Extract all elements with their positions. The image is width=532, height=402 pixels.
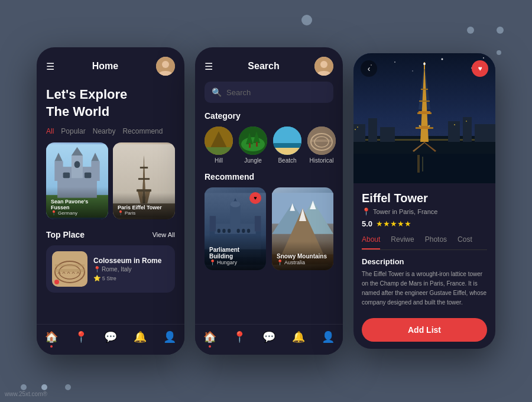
tab-about[interactable]: About — [362, 235, 380, 249]
explore-card-castle[interactable]: ♥ — [46, 142, 108, 219]
view-all-link[interactable]: View All — [153, 231, 175, 238]
description-title: Description — [362, 257, 487, 266]
add-list-button[interactable]: Add List — [362, 318, 487, 342]
svg-rect-82 — [463, 117, 472, 142]
search-nav-dot — [209, 345, 211, 348]
svg-rect-40 — [273, 148, 301, 155]
rating-stars: ★★★★★ — [376, 219, 411, 228]
tab-review[interactable]: Reviwe — [391, 235, 414, 249]
recommend-section: Recommend — [195, 172, 343, 270]
svg-rect-44 — [311, 140, 332, 142]
nav-chat[interactable]: 💬 — [104, 330, 117, 348]
avatar[interactable] — [156, 57, 175, 76]
hill-label: Hill — [215, 157, 223, 164]
svg-point-101 — [429, 125, 430, 127]
nav-bell[interactable]: 🔔 — [134, 330, 147, 348]
detail-content: Eiffel Tower 📍 Tower in Paris, France 5.… — [353, 183, 495, 343]
search-profile-icon: 👤 — [322, 330, 335, 343]
nav-profile[interactable]: 👤 — [163, 330, 176, 348]
svg-point-74 — [483, 57, 484, 59]
top-place-info: Colosseum in Rome 📍 Rome, Italy ⭐ 5 Stre — [93, 257, 169, 281]
search-bell-icon: 🔔 — [292, 330, 305, 343]
search-nav-location[interactable]: 📍 — [233, 330, 246, 348]
category-historical[interactable]: Historical — [307, 127, 336, 164]
svg-rect-35 — [249, 143, 251, 148]
top-place-card[interactable]: Colosseum in Rome 📍 Rome, Italy ⭐ 5 Stre — [46, 245, 175, 293]
chat-nav-icon: 💬 — [104, 330, 117, 343]
eiffel-pin-icon: 📍 — [118, 210, 124, 216]
svg-rect-94 — [419, 100, 430, 102]
mountain-sub: 📍 Australia — [277, 260, 329, 265]
svg-rect-12 — [63, 173, 70, 179]
svg-rect-104 — [422, 157, 423, 171]
rating-score: 5.0 — [362, 219, 372, 228]
category-beach[interactable]: Beatch — [273, 127, 301, 164]
search-nav-profile[interactable]: 👤 — [322, 330, 335, 348]
svg-rect-13 — [85, 173, 91, 179]
rec-parliament-heart[interactable]: ♥ — [249, 192, 261, 204]
svg-rect-85 — [357, 127, 358, 128]
svg-rect-80 — [380, 127, 395, 142]
nav-location[interactable]: 📍 — [74, 330, 87, 348]
svg-rect-51 — [210, 216, 216, 231]
mountain-card-label: Snowy Mountains 📍 Australia — [272, 241, 333, 270]
top-place-stars: ⭐ 5 Stre — [93, 275, 169, 281]
location-pin-icon: 📍 — [93, 266, 100, 273]
detail-heart-button[interactable]: ♥ — [472, 60, 488, 77]
nav-home[interactable]: 🏠 — [45, 330, 58, 348]
home-title: Home — [92, 61, 118, 72]
phone-search: ☰ Search 🔍 Category — [195, 47, 343, 355]
tab-nearby[interactable]: Nearby — [93, 127, 116, 135]
svg-rect-86 — [454, 124, 455, 125]
svg-point-50 — [230, 201, 240, 207]
svg-rect-18 — [137, 190, 151, 192]
recommend-cards: ♥ Parliament Building 📍 Hungary — [205, 187, 333, 270]
explore-cards: ♥ — [37, 142, 184, 228]
search-nav-chat[interactable]: 💬 — [262, 330, 275, 348]
svg-rect-30 — [205, 147, 233, 155]
home-header: ☰ Home — [37, 47, 184, 82]
historical-circle — [307, 127, 336, 155]
svg-rect-52 — [255, 216, 261, 231]
rec-card-parliament[interactable]: ♥ Parliament Building 📍 Hungary — [205, 187, 266, 270]
svg-rect-19 — [138, 178, 150, 180]
parliament-title: Parliament Building — [209, 247, 261, 260]
search-menu-icon[interactable]: ☰ — [205, 61, 213, 72]
bell-nav-icon: 🔔 — [134, 330, 147, 343]
castle-card-title: Sean Pavone's Fussen — [51, 199, 103, 210]
search-avatar[interactable] — [314, 57, 333, 76]
search-bar[interactable]: 🔍 — [205, 82, 333, 103]
svg-rect-36 — [256, 142, 258, 147]
svg-rect-38 — [273, 127, 301, 143]
place-location: 📍 Tower in Paris, France — [362, 208, 487, 216]
castle-card-label: Sean Pavone's Fussen 📍 Germany — [46, 187, 108, 219]
category-hill[interactable]: Hill — [205, 127, 233, 164]
home-bottom-nav: 🏠 📍 💬 🔔 👤 — [37, 324, 184, 355]
search-bottom-nav: 🏠 📍 💬 🔔 👤 — [195, 324, 343, 355]
svg-rect-98 — [419, 111, 430, 114]
search-nav-bell[interactable]: 🔔 — [292, 330, 305, 348]
category-jungle[interactable]: Jungle — [239, 127, 267, 164]
tab-popular[interactable]: Popular — [61, 127, 85, 135]
menu-icon[interactable]: ☰ — [46, 61, 54, 72]
rec-card-mountain[interactable]: Snowy Mountains 📍 Australia — [272, 187, 333, 270]
search-icon: 🔍 — [212, 87, 222, 97]
tab-photos[interactable]: Photos — [425, 235, 447, 249]
tab-recommend[interactable]: Recommend — [122, 127, 163, 135]
search-input[interactable] — [226, 88, 326, 97]
svg-rect-11 — [74, 161, 80, 168]
svg-rect-54 — [222, 229, 225, 233]
search-nav-home[interactable]: 🏠 — [203, 330, 216, 348]
mountain-title: Snowy Mountains — [277, 253, 329, 260]
parliament-pin-icon: 📍 — [209, 260, 216, 265]
back-button[interactable]: ‹ — [361, 60, 377, 77]
eiffel-card-title: Paris Eiffel Tower — [118, 205, 170, 210]
category-items: Hill — [205, 127, 333, 164]
eiffel-card-sub: 📍 Paris — [118, 210, 170, 216]
search-location-icon: 📍 — [233, 330, 246, 343]
svg-rect-25 — [55, 264, 85, 267]
explore-card-eiffel[interactable]: Paris Eiffel Tower 📍 Paris — [113, 142, 175, 219]
tab-cost[interactable]: Cost — [458, 235, 472, 249]
svg-rect-53 — [218, 229, 220, 233]
tab-all[interactable]: All — [46, 127, 54, 135]
